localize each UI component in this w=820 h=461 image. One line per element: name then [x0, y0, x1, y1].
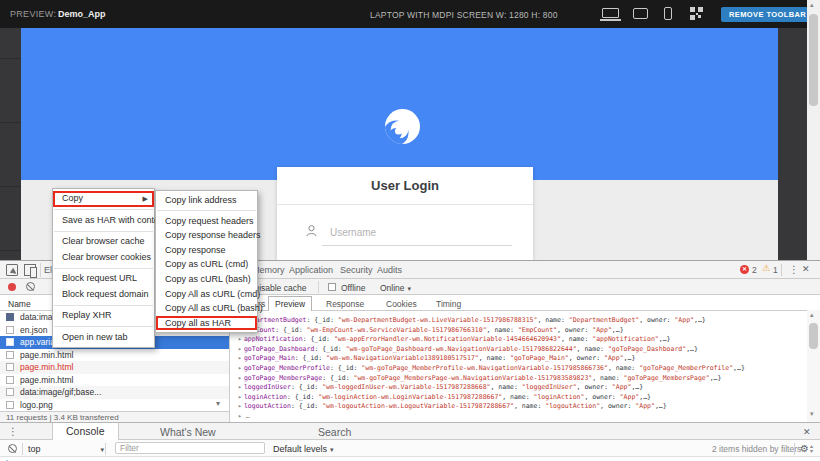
toolbar-divider — [794, 443, 795, 455]
offline-label: Offline — [341, 283, 365, 293]
context-selector[interactable]: top — [28, 444, 104, 454]
scrollbar-thumb[interactable] — [809, 323, 818, 349]
file-icon — [6, 363, 14, 371]
menu-item-copy[interactable]: Copy — [53, 191, 154, 207]
menu-item-block-url[interactable]: Block request URL — [53, 271, 154, 287]
close-icon[interactable] — [802, 264, 810, 274]
request-row[interactable]: page.min.html — [0, 374, 229, 387]
toolbar-divider — [40, 263, 41, 277]
menu-item-open-new-tab[interactable]: Open in new tab — [53, 330, 154, 346]
json-line[interactable]: EmpCount: {_id: "wm-EmpCount-wm.ServiceV… — [238, 326, 806, 336]
json-line[interactable]: logoutAction: {_id: "wm-logoutAction-wm.… — [238, 402, 806, 412]
menu-item-clear-cache[interactable]: Clear browser cache — [53, 234, 154, 250]
error-icon[interactable] — [740, 265, 749, 274]
json-line[interactable]: goToPage_Dashboard: {_id: "wm-goToPage_D… — [238, 345, 806, 355]
stage-right-margin — [778, 28, 808, 260]
qr-code-icon[interactable] — [690, 7, 703, 20]
scroll-updown-icon[interactable]: ▴▾ — [810, 444, 813, 454]
toolbar-divider — [105, 443, 106, 455]
console-prompt-icon — [6, 457, 9, 461]
throttling-select[interactable]: Online — [380, 283, 411, 293]
json-line[interactable]: goToPage_MemberProfile: {_id: "wm-goToPa… — [238, 364, 806, 374]
scroll-up-icon[interactable] — [810, 311, 814, 319]
menu-item-copy-as-curl-cmd[interactable]: Copy as cURL (cmd) — [156, 257, 257, 272]
file-icon — [6, 376, 14, 384]
json-line-clipped[interactable]: ▸ … — [238, 412, 806, 420]
subtab-preview[interactable]: Preview — [268, 296, 312, 311]
kebab-menu-icon[interactable] — [8, 426, 18, 437]
menu-item-save-har[interactable]: Save as HAR with content — [53, 213, 154, 229]
subtab-response[interactable]: Response — [326, 299, 364, 309]
page-scrollbar[interactable] — [807, 0, 820, 260]
tab-security[interactable]: Security — [340, 265, 373, 275]
menu-separator — [54, 268, 153, 269]
drawer-tab-bar: Console What's New Search — [0, 423, 820, 440]
menu-item-copy-all-as-curl-cmd[interactable]: Copy All as cURL (cmd) — [156, 287, 257, 302]
menu-item-copy-all-as-har[interactable]: Copy all as HAR — [156, 316, 257, 331]
json-pane-scrollbar[interactable] — [807, 310, 820, 422]
drawer-tab-console[interactable]: Console — [52, 423, 119, 440]
username-field[interactable]: Username — [330, 227, 376, 238]
preview-label: PREVIEW: — [10, 9, 56, 19]
json-line[interactable]: goToPage_MembersPage: {_id: "wm-goToPage… — [238, 374, 806, 384]
log-level-select[interactable]: Default levels — [273, 444, 334, 454]
json-line[interactable]: DepartmentBudget: {_id: "wm-DepartmentBu… — [238, 316, 806, 326]
request-row[interactable]: data:image/gif;base... — [0, 386, 229, 399]
close-icon[interactable] — [803, 427, 811, 437]
json-line[interactable]: loginAction: {_id: "wm-loginAction-wm.Lo… — [238, 393, 806, 403]
file-icon — [6, 388, 14, 396]
subtab-cookies[interactable]: Cookies — [386, 299, 417, 309]
request-row-error[interactable]: page.min.html — [0, 361, 229, 374]
record-icon[interactable] — [8, 283, 16, 291]
json-line[interactable]: loggedInUser: {_id: "wm-loggedInUser-wm.… — [238, 383, 806, 393]
clear-icon[interactable] — [26, 282, 35, 291]
scroll-down-icon[interactable] — [810, 410, 814, 418]
menu-item-copy-response[interactable]: Copy response — [156, 243, 257, 258]
scroll-up-icon[interactable] — [810, 1, 814, 9]
tablet-icon[interactable] — [633, 8, 648, 19]
image-file-icon — [6, 313, 14, 321]
clear-console-icon[interactable] — [8, 444, 17, 453]
gear-icon[interactable] — [800, 443, 809, 454]
menu-item-copy-all-as-curl-bash[interactable]: Copy All as cURL (bash) — [156, 301, 257, 316]
drawer-tab-search[interactable]: Search — [318, 426, 351, 438]
app-canvas — [21, 28, 778, 180]
console-drawer: Console What's New Search top Default le… — [0, 422, 820, 461]
phone-icon[interactable] — [664, 7, 672, 20]
request-row[interactable]: logo.png — [0, 399, 229, 412]
login-title: User Login — [277, 178, 533, 193]
offline-checkbox[interactable] — [328, 283, 336, 291]
menu-item-copy-response-headers[interactable]: Copy response headers — [156, 228, 257, 243]
menu-item-clear-cookies[interactable]: Clear browser cookies — [53, 250, 154, 266]
subtab-timing[interactable]: Timing — [436, 299, 461, 309]
drawer-tab-whats-new[interactable]: What's New — [160, 426, 216, 438]
file-icon — [6, 326, 14, 334]
laptop-icon[interactable] — [602, 8, 619, 18]
scrollbar-thumb[interactable] — [809, 14, 818, 106]
menu-separator — [54, 231, 153, 232]
filter-input[interactable] — [115, 442, 265, 454]
kebab-menu-icon[interactable] — [789, 264, 799, 275]
json-line[interactable]: goToPage_Main: {_id: "wm-wm.NavigationVa… — [238, 354, 806, 364]
menu-item-copy-as-curl-bash[interactable]: Copy as cURL (bash) — [156, 272, 257, 287]
card-divider — [277, 204, 533, 205]
name-column-header[interactable]: Name — [8, 299, 31, 309]
tab-application[interactable]: Application — [289, 265, 333, 275]
json-line[interactable]: appNotification: {_id: "wm-appErrorHandl… — [238, 335, 806, 345]
remove-toolbar-button[interactable]: REMOVE TOOLBAR — [721, 7, 814, 22]
console-output[interactable] — [0, 457, 820, 461]
preview-app-name: Demo_App — [58, 9, 106, 19]
menu-item-block-domain[interactable]: Block request domain — [53, 287, 154, 303]
warning-icon[interactable] — [762, 263, 770, 273]
toggle-device-icon[interactable] — [24, 264, 36, 276]
inspect-icon[interactable] — [6, 264, 18, 276]
scroll-arrow-icon[interactable] — [216, 399, 220, 408]
menu-item-copy-link-address[interactable]: Copy link address — [156, 193, 257, 208]
error-count: 2 — [752, 265, 757, 275]
menu-item-copy-request-headers[interactable]: Copy request headers — [156, 214, 257, 229]
screenshot-root: PREVIEW: Demo_App LAPTOP WITH MDPI SCREE… — [0, 0, 820, 461]
request-row[interactable]: page.min.html — [0, 349, 229, 362]
menu-item-replay-xhr[interactable]: Replay XHR — [53, 308, 154, 324]
tab-audits[interactable]: Audits — [377, 265, 402, 275]
stage-left-margin — [0, 28, 21, 260]
